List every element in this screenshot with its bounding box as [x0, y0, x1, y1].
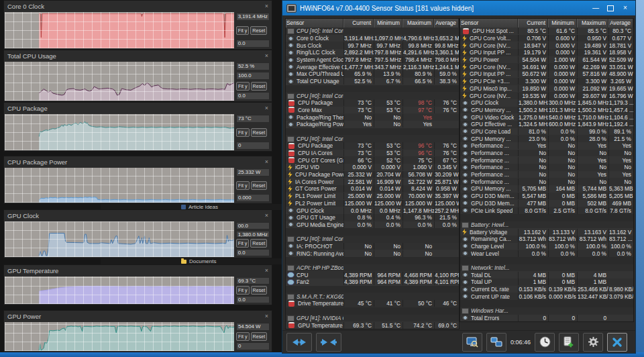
- sensor-row[interactable]: GPU Clock0.0 MHz0.0 MHz1,147.8 MHz257.2 …: [286, 207, 459, 214]
- sensor-row[interactable]: Package/Ring Power ...YesNoYes: [286, 121, 459, 128]
- sensor-row[interactable]: Performance ...YesNoYesYes: [460, 142, 633, 150]
- sensor-row[interactable]: Total CPU Usage52.5 %6.7 %66.5 %38.3 %: [286, 78, 459, 85]
- fit-y-button[interactable]: Fit y: [236, 26, 250, 35]
- sensor-row[interactable]: GPU Core (NV...34.691 W0.000 W42.269 W33…: [460, 63, 633, 70]
- sensor-row[interactable]: System Agent Clock797.8 MHz797.5 MHz798.…: [286, 56, 459, 64]
- section-header-row[interactable]: ACPI: HP HP ZBook S...: [286, 264, 459, 272]
- sensor-row[interactable]: Battery Voltage13.162 V13.133 V13.163 V1…: [460, 228, 633, 236]
- column-header-average[interactable]: Average: [608, 19, 633, 28]
- sensor-row[interactable]: GPU D3D Mem...5,547 MB0 MB5,586 MB5,205 …: [460, 193, 633, 200]
- sensor-row[interactable]: CPU Package73 °C53 °C96 °C76 °C: [286, 142, 459, 150]
- sensor-row[interactable]: IA Cores Power22.581 W16.909 W52.722 W25…: [286, 178, 459, 185]
- graph-panel[interactable]: GPU Temperature×69.3 °CFit yReset0.0: [3, 264, 272, 305]
- clock-button[interactable]: [535, 333, 555, 352]
- sensor-row[interactable]: PCIe Link Speed8.0 GT/s2.5 GT/s8.0 GT/s7…: [460, 207, 633, 214]
- section-header-row[interactable]: Windows Har...: [460, 307, 633, 315]
- section-header-row[interactable]: CPU [#0]: Intel Core ...: [286, 92, 459, 99]
- settings-button[interactable]: [583, 333, 603, 352]
- sensor-row[interactable]: Core 0 Clock3,191.4 MHz1,097.0 MHz4,790.…: [286, 35, 459, 42]
- sensor-row[interactable]: PL1 Power Limit25.000 W25.000 W70.000 W3…: [286, 193, 459, 200]
- sensor-row[interactable]: GPU Core Volt...0.706 V0.600 V0.950 V0.6…: [460, 35, 633, 42]
- report-button[interactable]: [559, 333, 579, 352]
- window-titlebar[interactable]: HWiNFO64 v7.00-4400 Sensor Status [181 v…: [282, 1, 635, 15]
- sensor-row[interactable]: Current UP rate0.106 KB/s0.000 KB/s132.4…: [460, 293, 633, 300]
- column-header-minimum[interactable]: Minimum: [374, 19, 402, 28]
- sensor-row[interactable]: CPU GT Cores (Graph...66 °C52 °C75 °C67 …: [286, 156, 459, 164]
- sensor-row[interactable]: iGPU VID0.000 V0.000 V1.060 V0.345 V: [286, 164, 459, 171]
- sensor-row[interactable]: Performance ...NoNoYesYes: [460, 171, 633, 178]
- sensor-row[interactable]: GPU Memory ...5,705 MB164 MB5,744 MB5,36…: [460, 185, 633, 193]
- reset-button[interactable]: Reset: [251, 82, 268, 91]
- network-status-button[interactable]: [486, 333, 506, 352]
- reset-button[interactable]: Reset: [251, 332, 268, 341]
- fit-y-button[interactable]: Fit y: [236, 181, 250, 190]
- graph-close-icon[interactable]: ×: [265, 313, 268, 319]
- sensor-row[interactable]: Total UP1 MB0 MB1 MB: [460, 278, 633, 286]
- reset-button[interactable]: Reset: [251, 181, 268, 190]
- sensor-row[interactable]: Performance ...NoNoYesYes: [460, 156, 633, 164]
- close-sensors-button[interactable]: [607, 333, 627, 352]
- monitor-search-button[interactable]: [462, 333, 482, 352]
- shrink-time-scale-button[interactable]: [316, 333, 341, 352]
- section-header-row[interactable]: Battery: Hewl...: [460, 221, 633, 229]
- sensor-row[interactable]: Current DL rate0.153 KB/s0.139 KB/s253.4…: [460, 286, 633, 293]
- graph-close-icon[interactable]: ×: [265, 158, 268, 165]
- reset-button[interactable]: Reset: [250, 239, 267, 248]
- column-header-minimum[interactable]: Minimum: [548, 19, 577, 28]
- graph-panel[interactable]: Core 0 Clock×3,191.4 MHzFit yReset0.0: [3, 0, 272, 50]
- fit-y-button[interactable]: Fit y: [236, 128, 250, 137]
- sensor-row[interactable]: CPU Package73 °C53 °C98 °C76 °C: [286, 99, 459, 107]
- sensor-row[interactable]: Wear Level0.0 %0.0 %0.0 %0.0 %: [460, 250, 633, 257]
- sensor-row[interactable]: Average Effective Clock1,477.7 MHz343.7 …: [286, 63, 459, 70]
- sensor-row[interactable]: Bus Clock99.7 MHz99.7 MHz99.8 MHz99.8 MH…: [286, 42, 459, 49]
- sensor-row[interactable]: GT Cores Power0.014 W0.014 W8.424 W0.958…: [286, 185, 459, 193]
- sensor-row[interactable]: Package/Ring Therm...NoNoYes: [286, 113, 459, 121]
- graph-panel-titlebar[interactable]: CPU Package Power×: [4, 156, 272, 167]
- close-button[interactable]: ×: [618, 1, 633, 15]
- sensor-row[interactable]: Charge Level100.0 %100.0 %100.0 %100.0 %: [460, 243, 633, 250]
- sensor-row[interactable]: CPU IA Cores73 °C53 °C96 °C76 °C: [286, 150, 459, 157]
- graph-panel-titlebar[interactable]: GPU Temperature×: [4, 265, 272, 276]
- graph-close-icon[interactable]: ×: [265, 3, 268, 9]
- reset-button[interactable]: Reset: [251, 128, 268, 137]
- graph-close-icon[interactable]: ×: [265, 267, 268, 274]
- graph-panel-titlebar[interactable]: CPU Package×: [4, 103, 272, 113]
- sensor-row[interactable]: GPU Input PP ...19.179 V0.000 V19.361 V1…: [460, 49, 633, 56]
- sensor-row[interactable]: Total Errors000: [460, 315, 633, 322]
- sensor-row[interactable]: Performance ...NoNoNoNo: [460, 150, 633, 157]
- sensor-row[interactable]: Core Max73 °C53 °C97 °C76 °C: [286, 107, 459, 114]
- sensor-row[interactable]: PL2 Power Limit125.000 W125.000 W125.000…: [286, 200, 459, 207]
- sensor-row[interactable]: IA: PROCHOTNoNoNo: [286, 243, 459, 250]
- sensor-row[interactable]: GPU Effective ...1,324.5 MHz600.0 MHz1,8…: [460, 121, 633, 128]
- sensor-row[interactable]: Drive Temperature45 °C41 °C50 °C46 °C: [286, 300, 459, 307]
- fit-y-button[interactable]: Fit y: [236, 332, 250, 341]
- graph-panel[interactable]: GPU Power×54.504 WFit yReset0: [3, 310, 272, 352]
- section-header-row[interactable]: CPU [#0]: Intel Core ...: [286, 28, 459, 35]
- sensor-row[interactable]: GPU Media Engine Us...0.0 %0.0 %0.0 %0.0…: [286, 221, 459, 229]
- graph-close-icon[interactable]: ×: [265, 52, 268, 59]
- graph-panel-titlebar[interactable]: Total CPU Usage×: [4, 50, 272, 61]
- sensor-row[interactable]: Ring/LLC Clock2,892.2 MHz797.8 MHz4,291.…: [286, 49, 459, 56]
- column-header-current[interactable]: Current: [518, 19, 548, 28]
- minimize-button[interactable]: —: [588, 1, 603, 15]
- section-header-row[interactable]: S.M.A.R.T.: KXG60ZN...: [286, 293, 459, 300]
- reset-button[interactable]: Reset: [250, 26, 267, 35]
- sensor-row[interactable]: Performance ...NoNoNoNo: [460, 164, 633, 171]
- maximize-button[interactable]: [603, 1, 618, 15]
- graph-panel-titlebar[interactable]: Core 0 Clock×: [4, 1, 272, 11]
- graph-panel[interactable]: Total CPU Usage×52.5 %100.0Fit yReset0.0: [3, 50, 272, 102]
- fit-y-button[interactable]: Fit y: [236, 286, 250, 295]
- sensor-row[interactable]: GPU Core Load81.0 %0.0 %99.0 %89.1 %: [460, 128, 633, 136]
- reset-button[interactable]: Reset: [251, 286, 268, 295]
- column-header-sensor[interactable]: Sensor: [286, 19, 343, 28]
- expand-time-scale-button[interactable]: [286, 333, 312, 352]
- sensor-row[interactable]: Total DL4 MB0 MB4 MB: [460, 271, 633, 278]
- sensor-row[interactable]: CPU Package Power25.332 W20.704 W56.708 …: [286, 171, 459, 178]
- graph-panel[interactable]: GPU Clock×00.01,380.0 MHzFit yReset0.0: [3, 209, 272, 258]
- fit-y-button[interactable]: Fit y: [236, 82, 250, 91]
- graph-panel[interactable]: CPU Package Power×25.332 WFit yReset0.00…: [3, 156, 272, 204]
- sensor-row[interactable]: GPU PCIe +3....3.300 W0.000 W3.300 W3.26…: [460, 78, 633, 85]
- sensor-row[interactable]: GPU Core (NV...18.947 V0.000 V19.489 V18…: [460, 42, 633, 49]
- graph-panel[interactable]: CPU Package×73 °CFit yReset0: [3, 102, 272, 152]
- column-header-maximum[interactable]: Maximum: [577, 19, 608, 28]
